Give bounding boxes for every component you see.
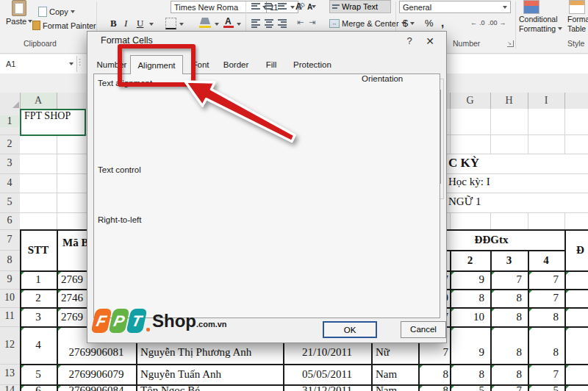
cell-j9[interactable] [564,270,588,289]
align-center-icon[interactable] [265,18,273,29]
cell-h12[interactable]: 8 [490,326,528,364]
select-all-icon[interactable] [12,101,19,108]
name-box[interactable]: A1 [1,56,77,72]
row-header-10[interactable]: 10 [0,292,19,304]
row-header-11[interactable]: 11 [0,310,19,322]
table-subheader-4[interactable]: 4 [528,250,564,270]
cell-g13[interactable]: 8 [450,364,490,384]
format-painter-button[interactable]: Format Painter [32,21,96,30]
align-top-icon[interactable] [251,1,260,10]
borders-button[interactable] [165,18,176,29]
number-group-label: Number [453,39,480,48]
tab-fill[interactable]: Fill [255,57,287,73]
cell-g11[interactable]: 10 [450,307,490,326]
cell-f13[interactable]: 8 [418,364,450,384]
paste-button[interactable]: Paste [6,0,32,26]
table-header-next-group[interactable]: Đ [576,229,588,270]
cell-g12[interactable]: 9 [450,326,490,364]
cell-g10[interactable]: 8 [450,289,490,307]
cancel-button[interactable]: Cancel [401,321,446,338]
row-header-9[interactable]: 9 [0,273,19,285]
row-header-2[interactable]: 2 [0,138,19,150]
align-middle-icon[interactable] [265,1,273,10]
ok-button[interactable]: OK [323,321,377,338]
align-left-icon[interactable] [251,18,260,29]
sheet-title-row5[interactable]: NGỮ 1 [448,196,588,211]
wrap-text-button[interactable]: Wrap Text [329,0,391,13]
table-header-stt[interactable]: STT [20,229,57,270]
conditional-formatting-button[interactable]: Formatting [519,24,562,33]
italic-button[interactable]: I [124,18,127,29]
column-header-g[interactable]: G [450,93,490,109]
cell-i12[interactable]: 8 [528,326,564,364]
cell-j10[interactable] [564,289,588,307]
cell-h10[interactable]: 8 [490,289,528,307]
cell-i10[interactable]: 7 [528,289,564,307]
tab-border[interactable]: Border [218,57,254,73]
cell-i9[interactable]: 7 [528,270,564,289]
cell-a12[interactable]: 4 [20,326,57,364]
cell-h9[interactable]: 7 [490,270,528,289]
logo-domain-text: .com.vn [196,320,227,329]
align-bottom-icon[interactable] [278,1,287,10]
row-header-1[interactable]: 1 [0,115,19,127]
cell-b13[interactable]: 2769906079 [57,364,136,384]
italic-icon: I [124,18,127,29]
increase-indent-icon[interactable]: ⇥ [309,18,315,27]
merge-center-label: Merge & Center [342,19,399,28]
row-header-5[interactable]: 5 [0,196,19,208]
number-dialog-launcher-icon[interactable]: ↘ [507,40,514,47]
fill-color-icon[interactable] [200,18,210,24]
cell-d13[interactable]: 05/05/2011 [283,364,371,384]
conditional-formatting-icon[interactable] [523,0,539,14]
cell-i13[interactable]: 7 [528,364,564,384]
cell-g9[interactable]: 9 [450,270,490,289]
row-header-8[interactable]: 8 [0,254,19,266]
cell-a11[interactable]: 3 [20,307,57,326]
font-color-button[interactable]: A [225,16,232,26]
bold-button[interactable]: B [110,18,117,29]
cell-a9[interactable]: 1 [20,270,57,289]
row-header-12[interactable]: 12 [0,339,19,351]
row-header-7[interactable]: 7 [0,234,19,245]
cell-j12[interactable] [564,326,588,364]
cell-h11[interactable]: 8 [490,307,528,326]
underline-button[interactable]: U [137,18,143,29]
row-header-14[interactable]: 14 [0,384,19,391]
decrease-decimal-button[interactable]: .00→ [488,19,506,26]
currency-button[interactable]: $ [403,18,415,29]
column-header-i[interactable]: I [528,93,564,109]
table-subheader-3[interactable]: 3 [490,250,528,270]
column-header-a[interactable]: A [20,93,57,109]
cell-a10[interactable]: 2 [20,289,57,307]
close-icon[interactable]: ✕ [424,35,436,47]
copy-button[interactable]: Copy [38,7,75,17]
number-format-select[interactable]: General [399,1,511,13]
decrease-indent-icon[interactable]: ⇤ [297,18,304,27]
cell-h13[interactable]: 8 [490,364,528,384]
row-header-4[interactable]: 4 [0,177,19,189]
help-button[interactable]: ? [404,35,415,47]
cell-j13[interactable] [564,364,588,384]
tab-protection[interactable]: Protection [289,57,336,73]
row-header-3[interactable]: 3 [0,157,19,169]
cell-a13[interactable]: 5 [20,364,57,384]
comma-style-button[interactable]: , [441,16,444,29]
cell-e13[interactable]: Nam [371,364,423,384]
increase-decimal-icon: .0 [479,19,485,26]
format-as-table-icon[interactable] [569,0,585,14]
row-header-13[interactable]: 13 [0,367,19,379]
clipboard-group-label: Clipboard [24,39,57,48]
cell-j11[interactable] [564,307,588,326]
column-header-h[interactable]: H [490,93,528,109]
merge-center-button[interactable]: ↔ Merge & Center [329,19,406,28]
cell-c13[interactable]: Nguyễn Tuấn Anh [136,364,287,384]
sheet-title-row3[interactable]: C KỲ [448,156,588,172]
row-header-6[interactable]: 6 [0,215,19,226]
cell-i11[interactable]: 8 [528,307,564,326]
percent-button[interactable]: % [425,18,434,29]
increase-decimal-button[interactable]: ←.0 [470,19,485,26]
table-subheader-2[interactable]: 2 [450,250,490,270]
sheet-title-row4[interactable]: Học kỳ: I [448,176,588,191]
align-right-icon[interactable] [278,18,287,29]
